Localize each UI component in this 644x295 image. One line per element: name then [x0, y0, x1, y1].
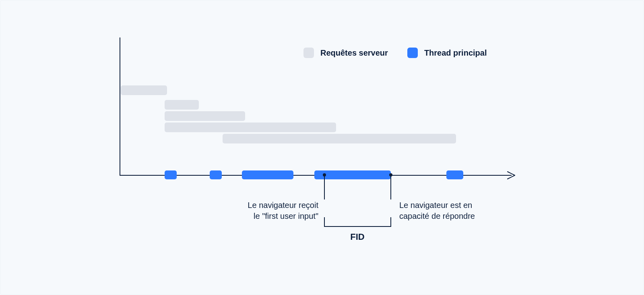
square-icon: [303, 48, 314, 58]
legend-label-server: Requêtes serveur: [320, 48, 388, 58]
marker-line-input: [324, 175, 325, 199]
annotation-input-line2: le "first user input": [224, 211, 318, 222]
annotation-input: Le navigateur reçoit le "first user inpu…: [224, 200, 318, 222]
legend-label-thread: Thread principal: [424, 48, 487, 58]
server-bar: [165, 100, 199, 110]
annotation-ready-line2: capacité de répondre: [399, 211, 504, 222]
thread-bar: [242, 170, 293, 179]
diagram-stage: Requêtes serveur Thread principal Le nav…: [0, 0, 644, 295]
legend-item-server: Requêtes serveur: [303, 48, 388, 58]
server-bar: [121, 85, 167, 95]
bracket-bottom: [324, 226, 391, 227]
annotation-input-line1: Le navigateur reçoit: [224, 200, 318, 211]
y-axis: [120, 37, 120, 175]
thread-bar: [446, 170, 463, 179]
annotation-ready-line1: Le navigateur est en: [399, 200, 504, 211]
bracket-right: [390, 217, 391, 227]
square-icon: [407, 48, 418, 58]
fid-label: FID: [350, 232, 364, 242]
server-bar: [223, 134, 456, 143]
server-bar: [165, 123, 336, 132]
legend: Requêtes serveur Thread principal: [303, 48, 487, 58]
x-axis-arrow-icon: [507, 171, 516, 180]
annotation-ready: Le navigateur est en capacité de répondr…: [399, 200, 504, 222]
thread-bar: [165, 170, 177, 179]
legend-item-thread: Thread principal: [407, 48, 487, 58]
server-bar: [165, 111, 245, 121]
thread-bar: [210, 170, 222, 179]
marker-line-ready: [390, 175, 391, 199]
bracket-left: [324, 217, 325, 227]
